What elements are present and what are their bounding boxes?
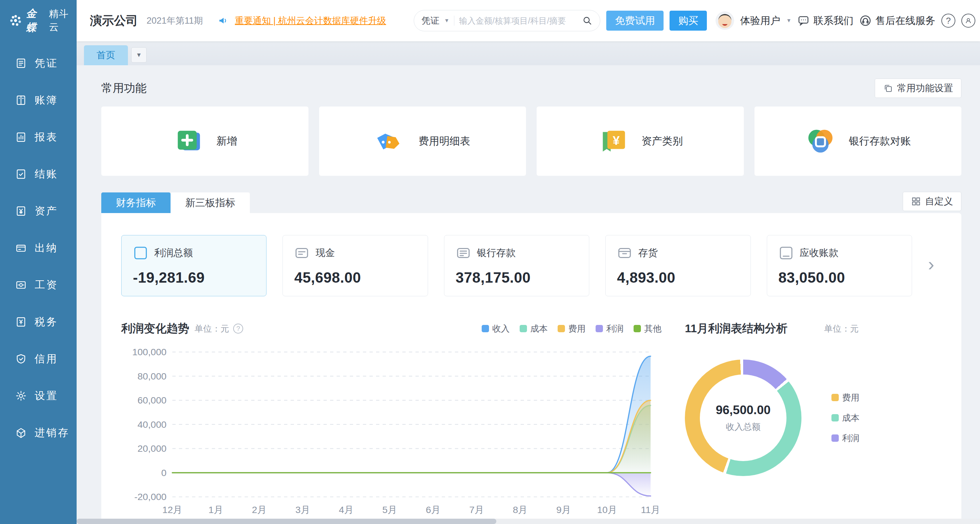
legend-item-profit[interactable]: 利润 [831, 432, 859, 444]
donut-center-label: 收入总额 [726, 421, 760, 433]
common-functions-settings-button[interactable]: 常用功能设置 [875, 79, 961, 98]
tab-dropdown-button[interactable]: ▼ [131, 47, 146, 63]
sidebar-item-closing[interactable]: 结账 [0, 156, 76, 192]
asset-icon [15, 205, 27, 217]
metric-label: 存货 [638, 246, 657, 260]
sidebar-item-voucher[interactable]: 凭证 [0, 44, 76, 81]
user-avatar[interactable] [716, 11, 734, 30]
search-input[interactable] [459, 16, 577, 25]
global-search: 凭证 ▼ [414, 10, 600, 31]
payroll-icon [15, 279, 27, 291]
report-icon [15, 132, 27, 143]
buy-button[interactable]: 购买 [670, 11, 707, 31]
metric-card-inventory[interactable]: 存货 4,893.00 [605, 235, 751, 296]
legend-item-profit[interactable]: 利润 [596, 323, 624, 335]
legend-swatch [633, 325, 641, 332]
notification-icon[interactable] [961, 14, 975, 28]
voucher-icon [15, 57, 27, 69]
reconcile-icon [805, 125, 836, 157]
svg-text:0: 0 [161, 467, 167, 478]
horizontal-scrollbar[interactable] [76, 519, 980, 524]
important-notice-link[interactable]: 重要通知 | 杭州云会计数据库硬件升级 [235, 15, 386, 27]
legend-item-other[interactable]: 其他 [633, 323, 662, 335]
sidebar-item-payroll[interactable]: 工资 [0, 266, 76, 303]
feature-card-asset-category[interactable]: ¥ 资产类别 [537, 106, 744, 176]
chevron-down-icon[interactable]: ▼ [444, 17, 449, 24]
legend-label: 成本 [530, 323, 547, 335]
feature-card-add[interactable]: 新增 [101, 106, 309, 176]
donut-chart[interactable]: 96,500.00 收入总额 [685, 360, 802, 476]
tab-home[interactable]: 首页 [84, 45, 128, 65]
copy-icon [883, 83, 893, 93]
carousel-next-button[interactable]: › [928, 255, 941, 276]
feature-card-label: 资产类别 [641, 134, 683, 148]
sidebar-item-label: 账簿 [35, 93, 58, 107]
grid-icon [911, 197, 921, 206]
help-icon[interactable]: ? [941, 14, 955, 28]
legend-item-cost[interactable]: 成本 [520, 323, 547, 335]
metric-value: 378,175.00 [456, 269, 578, 286]
tab-neeq-indicators[interactable]: 新三板指标 [170, 192, 250, 213]
accounting-period[interactable]: 2021年第11期 [146, 15, 203, 27]
feature-card-label: 银行存款对账 [849, 134, 911, 148]
metric-label: 银行存款 [477, 246, 515, 260]
legend-item-income[interactable]: 收入 [482, 323, 510, 335]
customize-button[interactable]: 自定义 [903, 192, 961, 211]
search-icon[interactable] [582, 15, 593, 26]
sidebar-item-tax[interactable]: 税务 [0, 303, 76, 340]
sidebar-item-label: 设置 [35, 389, 58, 403]
feature-card-expense-detail[interactable]: 费用明细表 [319, 106, 526, 176]
brand-logo[interactable]: 金蝶 精斗云 [0, 0, 76, 41]
top-header: 演示公司 2021年第11期 重要通知 | 杭州云会计数据库硬件升级 凭证 ▼ … [76, 0, 980, 41]
sidebar-item-report[interactable]: 报表 [0, 119, 76, 156]
bank-icon [456, 245, 471, 260]
kingdee-logo-icon [9, 13, 23, 28]
common-functions-title: 常用功能 [101, 81, 146, 96]
company-name[interactable]: 演示公司 [90, 13, 138, 29]
trend-unit-label: 单位：元 [194, 323, 229, 335]
info-icon[interactable]: ? [233, 324, 243, 333]
sidebar-item-asset[interactable]: 资产 [0, 192, 76, 229]
sidebar-item-label: 税务 [35, 315, 58, 329]
brand-name-bold: 金蝶 [26, 7, 46, 35]
inventory-icon [15, 427, 27, 438]
chevron-down-icon[interactable]: ▼ [786, 17, 791, 24]
search-category-select[interactable]: 凭证 [422, 15, 439, 27]
legend-label: 费用 [568, 323, 585, 335]
legend-label: 成本 [842, 412, 859, 424]
profit-structure-chart: 11月利润表结构分析 单位：元 96,500.00 收入总额 [675, 321, 941, 518]
chevron-down-icon: ▼ [136, 52, 142, 59]
legend-item-expense[interactable]: 费用 [831, 392, 859, 403]
closing-icon [15, 168, 27, 180]
after-sales-service-link[interactable]: 售后在线服务 [859, 14, 935, 28]
sidebar-item-ledger[interactable]: 账簿 [0, 81, 76, 119]
contact-us-link[interactable]: 联系我们 [797, 14, 853, 28]
horizontal-scrollbar-thumb[interactable] [76, 519, 496, 524]
metric-card-total-profit[interactable]: ¥ 利润总额 -19,281.69 [121, 235, 266, 296]
trend-chart-title: 利润变化趋势 [121, 321, 189, 336]
sidebar-nav: 凭证 账簿 报表 结账 资产 出纳 [0, 41, 76, 451]
sidebar-item-credit[interactable]: 信用 [0, 340, 76, 377]
feature-card-bank-reconciliation[interactable]: 银行存款对账 [754, 106, 962, 176]
svg-text:1月: 1月 [208, 504, 223, 515]
sidebar-item-inventory[interactable]: 进销存 [0, 414, 76, 451]
sidebar-item-label: 工资 [35, 278, 58, 292]
charts-row: 利润变化趋势 单位：元 ? 收入 成本 费用 利润 其他 -20,0000 [121, 321, 941, 518]
sidebar-item-cashier[interactable]: 出纳 [0, 229, 76, 266]
tab-financial-indicators[interactable]: 财务指标 [101, 192, 170, 213]
user-name[interactable]: 体验用户 [740, 14, 780, 28]
metric-value: 45,698.00 [294, 269, 416, 286]
add-icon [173, 125, 204, 157]
sidebar-item-settings[interactable]: 设置 [0, 377, 76, 414]
legend-item-cost[interactable]: 成本 [831, 412, 859, 424]
metric-card-bank-deposit[interactable]: 银行存款 378,175.00 [444, 235, 589, 296]
legend-item-expense[interactable]: 费用 [558, 323, 585, 335]
sidebar-item-label: 信用 [35, 352, 58, 366]
trend-plot: -20,000020,00040,00060,00080,000100,0001… [121, 343, 662, 518]
metric-card-receivables[interactable]: ¥ 应收账款 83,050.00 [767, 235, 912, 296]
metric-cards-row: ¥ 利润总额 -19,281.69 现金 45,698.00 [121, 235, 941, 296]
free-trial-button[interactable]: 免费试用 [606, 11, 663, 31]
svg-text:3月: 3月 [296, 504, 310, 515]
metric-card-cash[interactable]: 现金 45,698.00 [283, 235, 428, 296]
legend-swatch [482, 325, 489, 332]
